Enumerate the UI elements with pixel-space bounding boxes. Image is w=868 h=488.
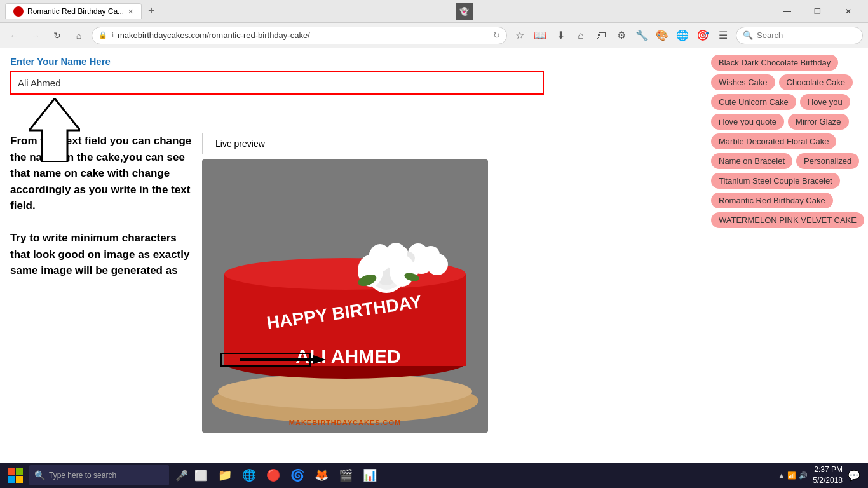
url-display: makebirthdaycakes.com/romantic-red-birth… [118, 30, 489, 40]
svg-marker-0 [29, 98, 80, 162]
browser-titlebar: Romantic Red Birthday Ca... ✕ + 👻 — ❐ ✕ [0, 0, 868, 23]
tag-chocolate[interactable]: Chocolate Cake [779, 74, 853, 90]
pocket-icon[interactable]: 🏷 [592, 27, 610, 44]
taskbar-right-area: ▲ 📶 🔊 2:37 PM 5/2/2018 💬 [778, 464, 865, 486]
svg-rect-32 [8, 476, 15, 483]
tag-wishes[interactable]: Wishes Cake [711, 74, 775, 90]
taskbar: 🔍 Type here to search 🎤 ⬜ 📁 🌐 🔴 🌀 🦊 🎬 📊 … [0, 463, 868, 488]
download-icon[interactable]: ⬇ [552, 27, 569, 44]
page-content: Enter Your Name Here From this text fiel… [0, 48, 868, 463]
taskbar-time: 2:37 PM 5/2/2018 [813, 464, 843, 486]
address-bar[interactable]: 🔒 ℹ makebirthdaycakes.com/romantic-red-b… [92, 27, 507, 44]
tag-bracelet[interactable]: Name on Bracelet [711, 153, 792, 169]
addon-icon[interactable]: 🔧 [633, 27, 651, 44]
main-area: Enter Your Name Here From this text fiel… [0, 48, 703, 463]
clock-date: 5/2/2018 [813, 475, 843, 486]
ghostery-icon[interactable]: 👻 [456, 3, 473, 20]
home-nav-icon[interactable]: ⌂ [572, 27, 590, 44]
close-button[interactable]: ✕ [834, 3, 863, 20]
task-view-icon[interactable]: ⬜ [192, 466, 210, 484]
sidebar-divider [711, 240, 860, 240]
tag-black-dark[interactable]: Black Dark Chocolate Birthday [711, 55, 838, 71]
taskbar-vlc-icon[interactable]: 🎬 [334, 464, 357, 487]
description-text: From this text field you can change the … [10, 133, 194, 433]
tag-watermelon[interactable]: WATERMELON PINK VELVET CAKE [711, 212, 864, 228]
content-row: From this text field you can change the … [10, 133, 693, 433]
taskbar-opera-icon[interactable]: 🔴 [262, 464, 285, 487]
colorful-icon[interactable]: 🎯 [694, 27, 712, 44]
live-preview-button[interactable]: Live preview [202, 133, 278, 154]
search-input[interactable] [757, 30, 852, 40]
volume-icon[interactable]: 🔊 [799, 471, 808, 480]
svg-rect-33 [16, 476, 23, 483]
forward-button[interactable]: → [27, 27, 44, 44]
cake-image-container: HAPPY BIRTHDAY ALI AHMED MAKEBIRTHDAYCAK… [202, 159, 488, 433]
back-button[interactable]: ← [5, 27, 23, 44]
taskbar-pinned-icons: 📁 🌐 🔴 🌀 🦊 🎬 📊 [214, 464, 381, 487]
enter-name-label: Enter Your Name Here [10, 56, 693, 67]
minimize-button[interactable]: — [773, 3, 802, 20]
start-button[interactable] [3, 464, 28, 487]
clock-time: 2:37 PM [813, 464, 843, 475]
browser-search-box[interactable]: 🔍 [736, 27, 863, 44]
window-controls: — ❐ ✕ [773, 3, 863, 20]
taskbar-firefox-icon[interactable]: 🦊 [310, 464, 333, 487]
tag-romantic[interactable]: Romantic Red Birthday Cake [711, 193, 833, 208]
tab-title: Romantic Red Birthday Ca... [27, 7, 124, 16]
refresh-button[interactable]: ↻ [48, 27, 66, 44]
svg-rect-30 [8, 468, 15, 475]
browser-addressbar: ← → ↻ ⌂ 🔒 ℹ makebirthdaycakes.com/romant… [0, 23, 868, 48]
tag-cloud: Black Dark Chocolate Birthday Wishes Cak… [711, 55, 860, 234]
tag-mirror-glaze[interactable]: Mirror Glaze [788, 114, 849, 130]
taskbar-search-box[interactable]: 🔍 Type here to search [29, 465, 169, 485]
svg-point-3 [218, 374, 472, 409]
svg-text:MAKEBIRTHDAYCAKES.COM: MAKEBIRTHDAYCAKES.COM [289, 419, 401, 426]
taskbar-search-placeholder: Type here to search [49, 471, 116, 480]
persona-icon[interactable]: 🎨 [653, 27, 671, 44]
new-tab-button[interactable]: + [144, 3, 159, 19]
name-input-container [10, 71, 693, 95]
name-input[interactable] [10, 71, 544, 95]
menu-icon[interactable]: ☰ [714, 27, 732, 44]
taskbar-app-icon[interactable]: 📊 [358, 464, 381, 487]
svg-rect-31 [16, 468, 23, 475]
tab-close-button[interactable]: ✕ [128, 8, 133, 16]
tag-i-love-you-quote[interactable]: i love you quote [711, 114, 784, 130]
taskbar-edge-icon[interactable]: 🌐 [238, 464, 261, 487]
arrow-up-icon[interactable]: ▲ [778, 471, 785, 479]
svg-point-21 [384, 243, 407, 271]
tag-unicorn[interactable]: Cute Unicorn Cake [711, 94, 796, 110]
home-button[interactable]: ⌂ [70, 27, 88, 44]
svg-text:ALI AHMED: ALI AHMED [295, 346, 401, 367]
cake-image: HAPPY BIRTHDAY ALI AHMED MAKEBIRTHDAYCAK… [202, 159, 488, 433]
taskbar-explorer-icon[interactable]: 📁 [214, 464, 236, 487]
tag-titanium[interactable]: Titanium Steel Couple Bracelet [711, 173, 840, 189]
refresh-icon[interactable]: ↻ [493, 30, 500, 40]
system-tray-icons: ▲ 📶 🔊 [778, 471, 808, 480]
globe-icon[interactable]: 🌐 [674, 27, 691, 44]
search-icon: 🔍 [743, 30, 753, 40]
tag-i-love-you[interactable]: i love you [800, 94, 850, 110]
cortana-mic-icon[interactable]: 🎤 [173, 466, 191, 484]
tag-marble[interactable]: Marble Decorated Floral Cake [711, 133, 836, 149]
taskbar-search-icon: 🔍 [34, 470, 45, 480]
restore-button[interactable]: ❐ [803, 3, 832, 20]
svg-point-13 [422, 246, 440, 264]
taskbar-opera2-icon[interactable]: 🌀 [286, 464, 309, 487]
extensions-icon[interactable]: ⚙ [613, 27, 630, 44]
toolbar-icons: ☆ 📖 ⬇ ⌂ 🏷 ⚙ 🔧 🎨 🌐 🎯 ☰ [511, 27, 732, 44]
tag-personalized[interactable]: Personalized [796, 153, 859, 169]
tab-favicon [13, 6, 24, 17]
reading-list-icon[interactable]: 📖 [531, 27, 549, 44]
bookmark-star-icon[interactable]: ☆ [511, 27, 529, 44]
browser-tab[interactable]: Romantic Red Birthday Ca... ✕ [5, 3, 142, 19]
cake-preview-area: Live preview [202, 133, 488, 433]
arrow-indicator [29, 98, 80, 165]
network-icon[interactable]: 📶 [787, 471, 796, 480]
sidebar: Black Dark Chocolate Birthday Wishes Cak… [703, 48, 868, 463]
notification-icon[interactable]: 💬 [848, 470, 860, 482]
